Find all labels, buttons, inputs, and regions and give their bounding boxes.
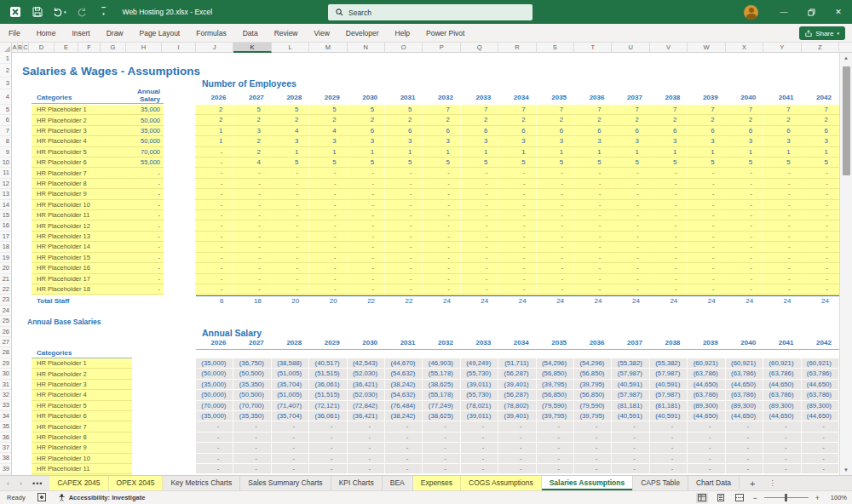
annual-salary-cell[interactable]: (35,350) — [233, 411, 271, 421]
employees-cell[interactable]: - — [347, 274, 384, 284]
annual-salary-cell[interactable]: - — [802, 443, 839, 453]
employees-cell[interactable]: - — [649, 200, 687, 209]
annual-salary-cell[interactable]: (71,407) — [272, 401, 309, 411]
annual-salary-cell[interactable]: (76,484) — [385, 401, 423, 411]
employees-cell[interactable]: 6 — [498, 126, 535, 135]
annual-salary-cell[interactable]: (72,121) — [309, 401, 347, 411]
employees-cell[interactable]: 2 — [233, 115, 270, 124]
employees-cell[interactable]: - — [611, 189, 648, 198]
annual-salary-cell[interactable]: - — [423, 443, 460, 453]
employees-cell[interactable]: - — [271, 242, 308, 251]
annual-salary-cell[interactable]: (55,730) — [461, 390, 498, 400]
column-header-Y[interactable]: Y — [763, 43, 801, 53]
annual-salary-cell[interactable]: (52,030) — [348, 390, 385, 400]
annual-salary-cell[interactable]: - — [574, 464, 612, 474]
employees-cell[interactable]: - — [195, 158, 233, 167]
annual-salary-cell[interactable]: - — [348, 454, 385, 464]
employees-cell[interactable]: - — [460, 168, 498, 177]
annual-salary-cell[interactable]: (35,704) — [272, 380, 309, 390]
annual-salary-cell[interactable]: - — [272, 454, 309, 464]
customize-qat-icon[interactable]: ▔▾ — [97, 5, 111, 19]
employees-cell[interactable]: 2 — [573, 115, 611, 124]
annual-salary-cell[interactable]: (51,515) — [309, 369, 347, 379]
employees-cell[interactable]: - — [649, 168, 687, 177]
employees-cell[interactable]: 7 — [536, 105, 573, 114]
annual-salary-cell[interactable]: - — [385, 421, 423, 432]
annual-salary-cell[interactable]: (39,011) — [461, 411, 498, 421]
employees-cell[interactable]: - — [347, 242, 384, 251]
employees-cell[interactable]: 2 — [763, 115, 800, 124]
staff-row[interactable]: HR Placeholder 570,000 — [32, 147, 164, 158]
employees-cell[interactable]: - — [611, 210, 648, 220]
macro-record-icon[interactable] — [37, 493, 46, 503]
annual-salary-cell[interactable]: (36,750) — [233, 358, 271, 369]
staff-row[interactable]: HR Placeholder 13- — [32, 232, 164, 242]
employees-cell[interactable]: - — [763, 220, 800, 230]
employees-cell[interactable]: - — [536, 242, 573, 251]
annual-salary-cell[interactable]: - — [688, 443, 725, 453]
employees-cell[interactable]: 1 — [573, 147, 611, 157]
employees-cell[interactable]: - — [271, 284, 308, 294]
staff-row[interactable]: HR Placeholder 9- — [32, 189, 164, 199]
base-category-row[interactable]: HR Placeholder 8 — [32, 432, 132, 443]
row-header-24[interactable]: 24 — [0, 306, 11, 316]
employees-cell[interactable]: 1 — [649, 147, 687, 157]
sheet-tab-cogs-assumptions[interactable]: COGS Assumptions — [461, 476, 542, 490]
annual-salary-cell[interactable]: (36,421) — [348, 380, 385, 390]
annual-salary-cell[interactable]: - — [650, 421, 688, 432]
row-header-38[interactable]: 38 — [0, 453, 11, 463]
column-header-K[interactable]: K — [233, 43, 271, 53]
employees-cell[interactable]: 2 — [384, 115, 422, 124]
employees-cell[interactable]: - — [422, 189, 459, 198]
sheet-tab-kpi-charts[interactable]: KPI Charts — [331, 476, 383, 490]
employees-cell[interactable]: 5 — [763, 158, 800, 167]
annual-salary-cell[interactable]: - — [309, 464, 347, 474]
row-header-2[interactable]: 2 — [0, 64, 11, 77]
close-button[interactable]: ✕ — [825, 0, 852, 24]
staff-salary-value[interactable]: - — [119, 222, 164, 230]
annual-salary-cell[interactable]: (89,300) — [763, 401, 801, 411]
row-header-13[interactable]: 13 — [0, 189, 11, 199]
annual-salary-cell[interactable]: (49,249) — [461, 358, 498, 369]
staff-salary-value[interactable]: - — [119, 243, 164, 250]
annual-salary-cell[interactable]: - — [574, 421, 612, 432]
employees-cell[interactable]: - — [498, 242, 535, 251]
employees-cell[interactable]: 3 — [308, 136, 346, 146]
annual-salary-cell[interactable]: - — [650, 432, 688, 443]
column-header-U[interactable]: U — [612, 43, 649, 53]
annual-salary-cell[interactable]: (51,711) — [498, 358, 536, 369]
annual-salary-cell[interactable]: - — [272, 421, 309, 432]
row-header-29[interactable]: 29 — [0, 358, 11, 369]
base-category-row[interactable]: HR Placeholder 1 — [32, 358, 132, 369]
employees-cell[interactable]: - — [460, 200, 498, 209]
annual-salary-cell[interactable]: (70,700) — [233, 401, 271, 411]
ribbon-tab-draw[interactable]: Draw — [106, 29, 124, 37]
employees-cell[interactable]: 2 — [460, 115, 498, 124]
annual-salary-cell[interactable]: - — [233, 421, 271, 432]
annual-salary-cell[interactable]: (50,500) — [233, 390, 271, 400]
column-header-M[interactable]: M — [309, 43, 347, 53]
annual-salary-cell[interactable]: (57,987) — [612, 369, 649, 379]
employees-cell[interactable]: - — [801, 253, 838, 262]
row-header-21[interactable]: 21 — [0, 274, 11, 284]
sheet-tab-bea[interactable]: BEA — [383, 476, 413, 490]
staff-salary-value[interactable]: - — [119, 211, 164, 219]
annual-salary-cell[interactable]: (56,850) — [574, 390, 612, 400]
employees-cell[interactable]: 2 — [422, 115, 459, 124]
employees-cell[interactable]: - — [687, 253, 724, 262]
staff-row[interactable]: HR Placeholder 7- — [32, 168, 164, 178]
annual-salary-cell[interactable]: - — [196, 432, 233, 443]
employees-cell[interactable]: 7 — [498, 105, 535, 114]
staff-salary-value[interactable]: 55,000 — [119, 158, 164, 166]
annual-salary-cell[interactable]: - — [309, 443, 347, 453]
annual-salary-cell[interactable]: (36,061) — [309, 411, 347, 421]
row-header-22[interactable]: 22 — [0, 284, 11, 295]
employees-cell[interactable]: - — [687, 200, 724, 209]
annual-salary-cell[interactable]: (51,005) — [272, 369, 309, 379]
annual-salary-cell[interactable]: - — [498, 464, 536, 474]
employees-cell[interactable]: - — [498, 263, 535, 272]
employees-cell[interactable]: - — [649, 263, 687, 272]
employees-cell[interactable]: - — [422, 263, 459, 272]
employees-cell[interactable]: - — [384, 242, 422, 251]
column-header-F[interactable]: F — [78, 43, 101, 53]
